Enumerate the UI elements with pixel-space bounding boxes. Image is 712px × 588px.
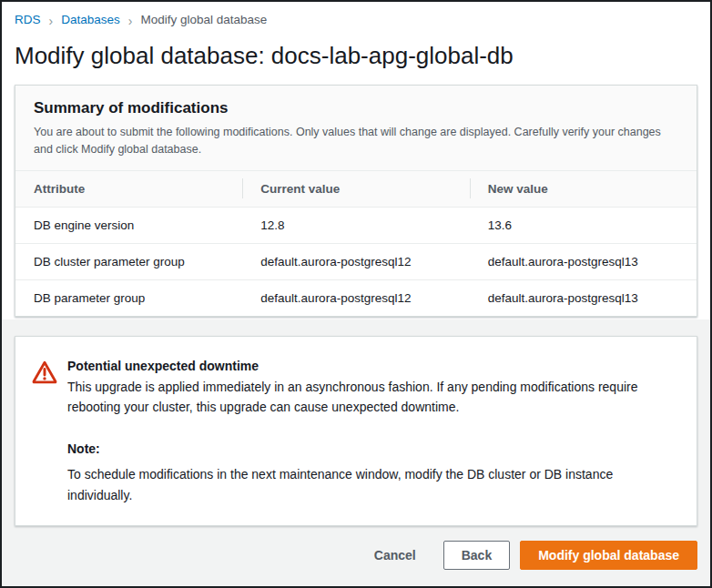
cell-current-value: 12.8	[242, 207, 469, 243]
table-row: DB parameter group default.aurora-postgr…	[15, 279, 697, 316]
page-header: RDS › Databases › Modify global database…	[2, 2, 710, 70]
warning-title: Potential unexpected downtime	[67, 357, 675, 375]
note-text: To schedule modifications in the next ma…	[67, 464, 650, 505]
modify-global-database-button[interactable]: Modify global database	[520, 541, 697, 570]
cell-attribute: DB cluster parameter group	[15, 243, 242, 279]
breadcrumb-link-rds[interactable]: RDS	[15, 13, 41, 26]
table-row: DB cluster parameter group default.auror…	[15, 243, 697, 279]
cell-attribute: DB parameter group	[15, 279, 242, 316]
warning-content: Potential unexpected downtime This upgra…	[67, 357, 675, 506]
table-row: DB engine version 12.8 13.6	[15, 207, 697, 243]
summary-card-header: Summary of modifications You are about t…	[15, 86, 697, 171]
column-header-current-value: Current value	[242, 171, 469, 208]
downtime-warning-card: Potential unexpected downtime This upgra…	[15, 336, 697, 527]
summary-of-modifications-card: Summary of modifications You are about t…	[15, 85, 697, 317]
modify-global-database-page: RDS › Databases › Modify global database…	[0, 0, 712, 588]
warning-triangle-icon	[32, 360, 57, 389]
table-header-row: Attribute Current value New value	[15, 171, 697, 208]
breadcrumb-link-databases[interactable]: Databases	[61, 13, 120, 26]
back-button[interactable]: Back	[443, 541, 510, 570]
page-title: Modify global database: docs-lab-apg-glo…	[15, 42, 697, 70]
summary-card-title: Summary of modifications	[34, 99, 678, 117]
cell-attribute: DB engine version	[15, 207, 242, 243]
cell-current-value: default.aurora-postgresql12	[242, 243, 469, 279]
cell-current-value: default.aurora-postgresql12	[242, 279, 469, 316]
warning-text: This upgrade is applied immediately in a…	[67, 377, 664, 418]
cell-new-value: default.aurora-postgresql13	[470, 279, 697, 316]
column-header-attribute: Attribute	[15, 171, 242, 208]
breadcrumb-separator-icon: ›	[49, 13, 54, 26]
cell-new-value: default.aurora-postgresql13	[470, 243, 697, 279]
action-buttons-row: Cancel Back Modify global database	[15, 541, 697, 570]
cell-new-value: 13.6	[470, 207, 697, 243]
breadcrumb-current: Modify global database	[140, 13, 267, 26]
lower-section: Potential unexpected downtime This upgra…	[2, 319, 710, 587]
cancel-button[interactable]: Cancel	[372, 542, 418, 568]
modifications-table: Attribute Current value New value DB eng…	[15, 171, 697, 316]
breadcrumb-separator-icon: ›	[128, 13, 133, 26]
column-header-new-value: New value	[470, 171, 697, 208]
summary-card-description: You are about to submit the following mo…	[34, 124, 678, 158]
breadcrumb: RDS › Databases › Modify global database	[15, 13, 697, 26]
note-label: Note:	[67, 441, 675, 456]
